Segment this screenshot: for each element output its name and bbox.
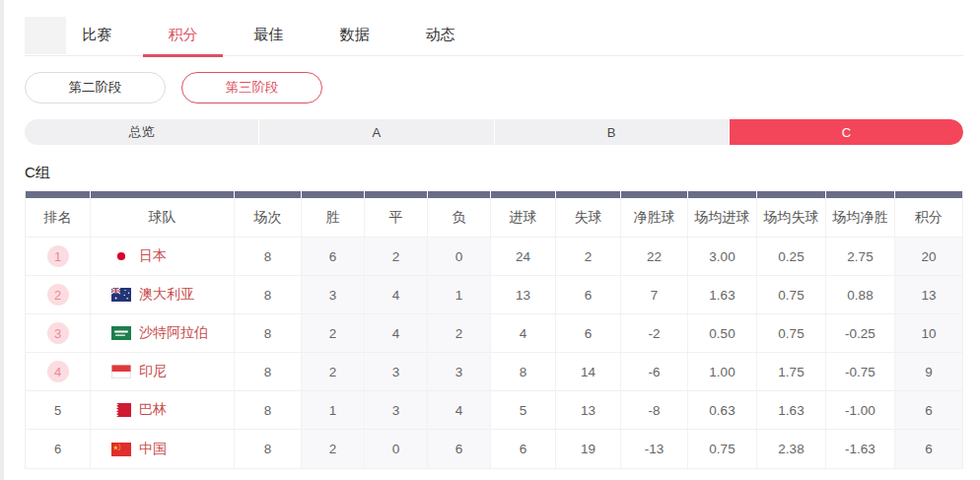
stat-cell: 8: [491, 353, 556, 391]
tab-stats[interactable]: 数据: [312, 15, 397, 56]
column-header: 球队: [91, 198, 235, 238]
stat-cell: 13: [556, 391, 621, 430]
team-name: 日本: [139, 247, 167, 265]
stat-cell: 4: [491, 314, 556, 353]
team-cell[interactable]: 巴林: [91, 391, 235, 430]
stat-cell: 2: [302, 430, 365, 468]
rank-cell: 3: [26, 314, 91, 353]
stat-cell: 0: [428, 238, 491, 276]
stat-cell: -1.00: [826, 391, 895, 430]
rank-badge: 4: [47, 361, 69, 382]
table-row[interactable]: 6 中国 8206619-130.752.38-1.636: [26, 430, 962, 468]
team-cell[interactable]: 印尼: [91, 353, 235, 391]
header-accent-bar: [491, 191, 556, 198]
header-accent-bar: [235, 191, 302, 198]
stat-cell: 4: [365, 276, 428, 314]
column-header: 积分: [895, 198, 962, 238]
stat-cell: 2: [302, 353, 365, 391]
stat-cell: 10: [895, 314, 962, 353]
stat-cell: 13: [491, 276, 556, 314]
stat-cell: 2.75: [826, 238, 895, 276]
stat-cell: 0.25: [757, 238, 826, 276]
stat-cell: 6: [491, 430, 556, 468]
stat-cell: 8: [235, 353, 302, 391]
column-header: 净胜球: [621, 198, 688, 238]
rank-cell: 1: [26, 238, 91, 276]
team-cell[interactable]: 澳大利亚: [91, 276, 235, 314]
column-header: 场均进球: [688, 198, 757, 238]
header-accent-bar: [621, 191, 688, 198]
stat-cell: 2.38: [757, 430, 826, 468]
stat-cell: 6: [556, 314, 621, 353]
header-accent-bar: [826, 191, 895, 198]
table-row[interactable]: 1 日本 8620242223.000.252.7520: [26, 238, 962, 276]
table-row[interactable]: 4 印尼 8233814-61.001.75-0.759: [26, 353, 962, 391]
column-header: 场均失球: [757, 198, 826, 238]
top-tab-bar: 比赛 积分 最佳 数据 动态: [25, 15, 963, 56]
standings-page: 比赛 积分 最佳 数据 动态 第二阶段 第三阶段 总览 A B C C组 排名球…: [25, 0, 963, 469]
table-body: 1 日本 8620242223.000.252.7520 2 澳大利亚 8341…: [26, 238, 962, 468]
segment-group-a[interactable]: A: [259, 119, 494, 145]
stat-cell: -0.25: [826, 314, 895, 353]
team-cell[interactable]: 中国: [91, 430, 235, 468]
stat-cell: -0.75: [826, 353, 895, 391]
header-accent-bar: [302, 191, 365, 198]
header-accent-bar: [26, 191, 91, 198]
stat-cell: 3: [428, 353, 491, 391]
segment-overview[interactable]: 总览: [25, 119, 259, 145]
table-row[interactable]: 2 澳大利亚 834113671.630.750.8813: [26, 276, 962, 314]
stat-cell: 8: [235, 391, 302, 430]
stage-pill-second[interactable]: 第二阶段: [25, 72, 166, 103]
stat-cell: -8: [621, 391, 688, 430]
stat-cell: 3: [365, 391, 428, 430]
tab-best[interactable]: 最佳: [226, 15, 312, 56]
tab-standings[interactable]: 积分: [140, 15, 226, 56]
stat-cell: -13: [621, 430, 688, 468]
stat-cell: 3: [302, 276, 365, 314]
column-header: 失球: [556, 198, 621, 238]
stage-pill-third[interactable]: 第三阶段: [181, 72, 322, 103]
stat-cell: 14: [556, 353, 621, 391]
table-row[interactable]: 3 沙特阿拉伯 824246-20.500.75-0.2510: [26, 314, 962, 353]
table-row[interactable]: 5 巴林 8134513-80.631.63-1.006: [26, 391, 962, 430]
rank-badge: 3: [47, 322, 69, 344]
top-tabs: 比赛 积分 最佳 数据 动态: [54, 15, 483, 56]
group-segmented-control: 总览 A B C: [25, 119, 963, 145]
column-header: 场均净胜: [826, 198, 895, 238]
rank-cell: 2: [26, 276, 91, 314]
stat-cell: 1.00: [688, 353, 757, 391]
tab-news[interactable]: 动态: [397, 15, 483, 56]
team-name: 印尼: [139, 363, 167, 380]
header-accent-bar: [556, 191, 621, 198]
column-header: 排名: [26, 198, 91, 238]
flag-sa-icon: [111, 326, 131, 340]
stat-cell: 6: [302, 238, 365, 276]
stat-cell: 6: [428, 430, 491, 468]
table-header-row: 排名球队场次胜平负进球失球净胜球场均进球场均失球场均净胜积分: [26, 198, 962, 238]
segment-group-c[interactable]: C: [730, 119, 963, 145]
stat-cell: 8: [235, 314, 302, 353]
stat-cell: 13: [895, 276, 962, 314]
stat-cell: 4: [428, 391, 491, 430]
team-cell[interactable]: 日本: [91, 238, 235, 276]
stat-cell: 1.63: [757, 391, 826, 430]
stat-cell: 8: [235, 430, 302, 468]
stat-cell: -1.63: [826, 430, 895, 468]
stat-cell: 2: [365, 238, 428, 276]
stat-cell: 19: [556, 430, 621, 468]
table-top-bar: [26, 191, 962, 198]
stat-cell: 8: [235, 238, 302, 276]
segment-group-b[interactable]: B: [495, 119, 730, 145]
team-name: 澳大利亚: [139, 286, 194, 304]
stat-cell: 6: [556, 276, 621, 314]
rank-cell: 5: [26, 391, 91, 430]
stat-cell: 24: [491, 238, 556, 276]
stat-cell: 0.75: [757, 276, 826, 314]
stat-cell: 0.75: [757, 314, 826, 353]
stat-cell: 1: [302, 391, 365, 430]
tab-matches[interactable]: 比赛: [54, 15, 140, 56]
team-cell[interactable]: 沙特阿拉伯: [91, 314, 235, 353]
column-header: 负: [428, 198, 491, 238]
flag-bh-icon: [111, 403, 131, 417]
stat-cell: 4: [365, 314, 428, 353]
